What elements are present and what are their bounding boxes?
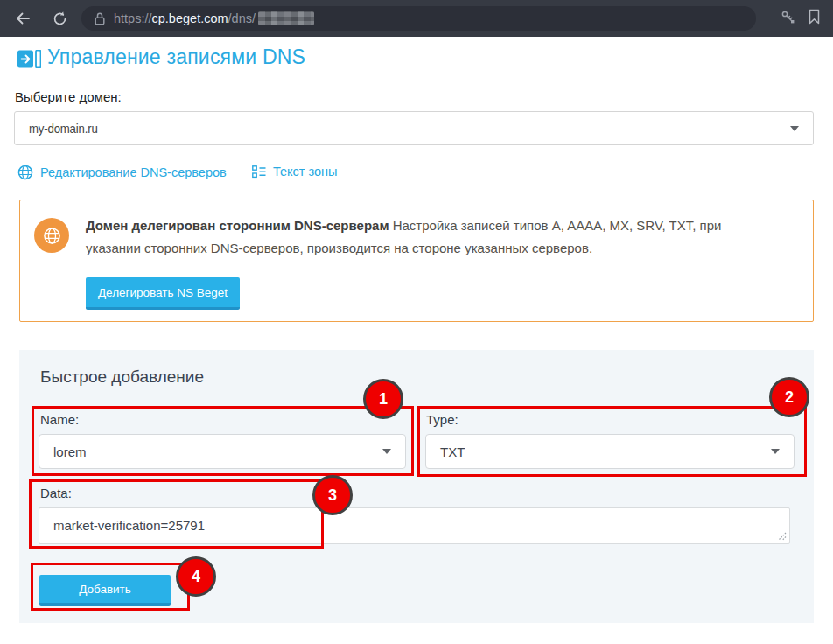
browser-toolbar: https://cp.beget.com/dns/ — [0, 0, 833, 37]
notice-globe-badge — [34, 218, 69, 253]
bookmark-icon[interactable] — [808, 9, 821, 24]
delegation-notice: Домен делегирован сторонним DNS-серверам… — [19, 200, 814, 322]
zone-text-link[interactable]: Текст зоны — [252, 164, 338, 178]
notice-text: Домен делегирован сторонним DNS-серверам… — [86, 214, 766, 260]
edit-dns-servers-link[interactable]: Редактирование DNS-серверов — [18, 164, 227, 180]
refresh-button[interactable] — [49, 9, 70, 28]
globe-icon — [43, 227, 61, 245]
edit-dns-servers-label: Редактирование DNS-серверов — [40, 165, 227, 179]
password-manager-icon[interactable] — [780, 10, 795, 24]
notice-text-bold: Домен делегирован сторонним DNS-серверам — [86, 218, 389, 233]
enter-panel-icon — [18, 50, 41, 72]
chevron-down-icon — [771, 449, 780, 454]
refresh-icon — [52, 10, 68, 27]
zone-list-icon — [252, 165, 266, 178]
back-arrow-icon — [14, 10, 32, 27]
data-textarea-value: market-verification=25791 — [53, 518, 205, 533]
annotation-badge-4: 4 — [176, 556, 216, 597]
toolbar-right-icons — [780, 9, 821, 24]
type-select-value: TXT — [440, 444, 465, 459]
name-select[interactable]: lorem — [38, 434, 406, 469]
annotation-badge-3: 3 — [312, 475, 353, 515]
back-button[interactable] — [12, 9, 33, 28]
chevron-down-icon — [790, 126, 799, 131]
add-record-button[interactable]: Добавить — [39, 575, 171, 606]
domain-select[interactable]: my-domain.ru — [14, 111, 814, 145]
domain-select-label: Выберите домен: — [15, 89, 122, 104]
domain-select-value: my-domain.ru — [29, 121, 98, 136]
globe-icon — [18, 164, 33, 180]
quick-add-section: Быстрое добавление Name: lorem Type: TXT… — [19, 350, 814, 623]
type-field-label: Type: — [426, 412, 458, 427]
name-select-value: lorem — [53, 444, 87, 459]
browser-window: https://cp.beget.com/dns/ Управление зап… — [0, 0, 833, 644]
zone-text-label: Текст зоны — [273, 164, 338, 178]
annotation-badge-1: 1 — [363, 379, 403, 419]
address-bar[interactable]: https://cp.beget.com/dns/ — [81, 6, 756, 31]
delegate-ns-beget-button[interactable]: Делегировать NS Beget — [86, 277, 240, 310]
lock-icon — [94, 11, 106, 26]
page-title: Управление записями DNS — [47, 46, 305, 69]
url-redacted-blur — [258, 11, 314, 25]
resize-grip-icon[interactable] — [777, 531, 787, 541]
name-field-label: Name: — [40, 412, 79, 427]
quick-add-title: Быстрое добавление — [40, 368, 204, 387]
url-host: cp.beget.com — [152, 11, 228, 25]
data-textarea[interactable]: market-verification=25791 — [38, 508, 790, 544]
url-protocol: https:// — [114, 11, 152, 25]
type-select[interactable]: TXT — [425, 434, 794, 469]
url-path: /dns/ — [228, 11, 256, 25]
chevron-down-icon — [382, 449, 391, 454]
annotation-badge-2: 2 — [769, 377, 809, 417]
data-field-label: Data: — [40, 486, 72, 500]
